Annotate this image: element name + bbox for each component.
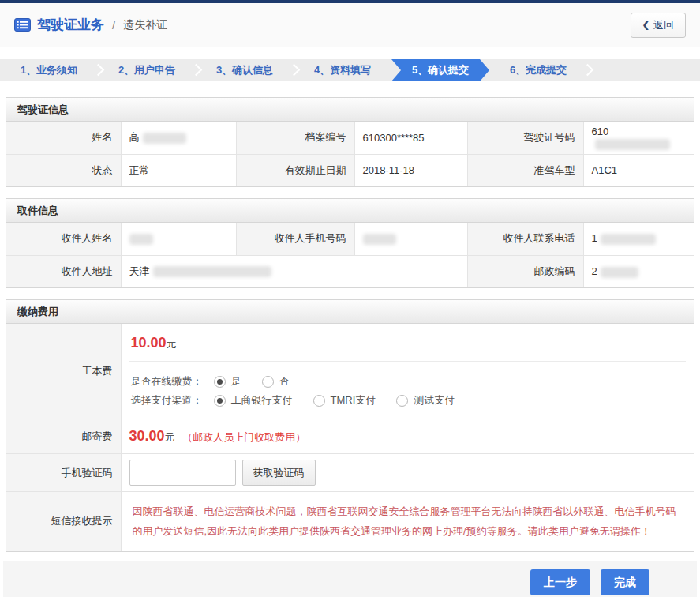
- redacted-text: [601, 267, 638, 278]
- channel-tmri-label[interactable]: TMRI支付: [331, 393, 376, 407]
- step-separator-icon: [582, 64, 594, 77]
- channel-icbc-radio[interactable]: [214, 395, 226, 407]
- sms-notice-text: 因陕西省联通、电信运营商技术问题，陕西省互联网交通安全综合服务管理平台无法向持陕…: [129, 492, 687, 551]
- postcode-value: 2: [583, 255, 694, 287]
- table-row: 状态 正常 有效期止日期 2018-11-18 准驾车型 A1C1: [6, 154, 694, 186]
- postage-note: （邮政人员上门收取费用）: [182, 431, 305, 443]
- file-no-label: 档案编号: [236, 122, 354, 154]
- expiry-label: 有效期止日期: [236, 154, 354, 186]
- page-header: 驾驶证业务 / 遗失补证 ❮ 返回: [0, 3, 700, 47]
- pickup-info-section: 取件信息 收件人姓名 收件人手机号码 收件人联系电话 1 收件人地址 天津 邮政…: [6, 198, 694, 288]
- table-row: 收件人姓名 收件人手机号码 收件人联系电话 1: [6, 223, 694, 255]
- step-4-fill-data[interactable]: 4、资料填写: [294, 59, 391, 81]
- online-pay-no-radio[interactable]: [262, 376, 274, 388]
- recipient-phone-label: 收件人联系电话: [467, 223, 583, 255]
- back-chevron-icon: ❮: [642, 20, 649, 30]
- name-value: 高: [121, 122, 236, 154]
- sms-code-input[interactable]: [129, 460, 236, 486]
- pay-channel-row: 选择支付渠道： 工商银行支付 TMRI支付 测试支付: [131, 393, 685, 407]
- table-row: 姓名 高 档案编号 610300****85 驾驶证号码 610: [6, 122, 694, 154]
- channel-test-label[interactable]: 测试支付: [414, 393, 455, 407]
- online-pay-no-label[interactable]: 否: [279, 374, 290, 389]
- pickup-section-title: 取件信息: [6, 199, 694, 223]
- online-pay-row: 是否在线缴费： 是 否: [131, 374, 685, 389]
- vehicle-class-value: A1C1: [583, 154, 694, 186]
- license-no-label: 驾驶证号码: [467, 122, 583, 154]
- recipient-name-label: 收件人姓名: [6, 223, 121, 255]
- channel-icbc-label[interactable]: 工商银行支付: [231, 393, 293, 407]
- step-5-confirm-submit-active[interactable]: 5、确认提交: [391, 59, 489, 81]
- redacted-text: [143, 133, 186, 144]
- recipient-phone-value: 1: [583, 223, 694, 255]
- channel-tmri-radio[interactable]: [313, 395, 325, 407]
- recipient-mobile-label: 收件人手机号码: [236, 223, 354, 255]
- redacted-text: [595, 139, 670, 150]
- page-title: 驾驶证业务: [37, 16, 104, 34]
- fees-table: 工本费 10.00元 是否在线缴费： 是 否 选择支付渠道：: [6, 324, 694, 551]
- pay-channel-label: 选择支付渠道：: [131, 393, 203, 407]
- recipient-address-value: 天津: [121, 255, 467, 287]
- fees-section: 缴纳费用 工本费 10.00元 是否在线缴费： 是 否 选择: [6, 299, 694, 552]
- finish-button[interactable]: 完成: [601, 569, 649, 595]
- license-no-value: 610: [583, 122, 694, 154]
- redacted-text: [601, 234, 656, 245]
- recipient-mobile-value: [354, 223, 467, 255]
- table-row: 邮寄费 30.00元 （邮政人员上门收取费用）: [6, 419, 694, 454]
- postage-amount: 30.00: [129, 428, 165, 444]
- expiry-value: 2018-11-18: [354, 154, 467, 186]
- license-section-title: 驾驶证信息: [6, 98, 694, 122]
- footer-action-bar: 上一步 完成: [3, 561, 697, 597]
- currency-unit: 元: [167, 338, 177, 350]
- get-code-button[interactable]: 获取验证码: [242, 460, 316, 486]
- currency-unit: 元: [165, 431, 175, 443]
- back-button[interactable]: ❮ 返回: [631, 13, 686, 38]
- status-value: 正常: [121, 154, 236, 186]
- work-fee-amount-row: 10.00元: [129, 324, 687, 362]
- online-pay-yes-radio[interactable]: [214, 376, 226, 388]
- online-pay-yes-label[interactable]: 是: [231, 374, 241, 389]
- step-2-user-declaration[interactable]: 2、用户申告: [98, 59, 196, 81]
- license-info-section: 驾驶证信息 姓名 高 档案编号 610300****85 驾驶证号码 610 状…: [6, 97, 694, 187]
- list-icon: [14, 18, 31, 32]
- redacted-text: [153, 266, 271, 277]
- recipient-name-value: [121, 223, 236, 255]
- postage-label: 邮寄费: [6, 419, 121, 454]
- recipient-address-label: 收件人地址: [6, 255, 121, 287]
- table-row: 工本费 10.00元 是否在线缴费： 是 否 选择支付渠道：: [6, 324, 694, 419]
- work-fee-label: 工本费: [6, 324, 121, 419]
- step-navigation: 1、业务须知 2、用户申告 3、确认信息 4、资料填写 5、确认提交 6、完成提…: [0, 59, 700, 81]
- postcode-label: 邮政编码: [467, 255, 583, 287]
- table-row: 收件人地址 天津 邮政编码 2: [6, 255, 694, 287]
- table-row: 短信接收提示 因陕西省联通、电信运营商技术问题，陕西省互联网交通安全综合服务管理…: [6, 492, 694, 551]
- step-1-business-notice[interactable]: 1、业务须知: [0, 59, 98, 81]
- previous-step-button[interactable]: 上一步: [530, 569, 590, 595]
- pickup-info-table: 收件人姓名 收件人手机号码 收件人联系电话 1 收件人地址 天津 邮政编码 2: [6, 223, 694, 287]
- back-button-label: 返回: [653, 18, 674, 32]
- breadcrumb-divider: /: [112, 18, 115, 32]
- vehicle-class-label: 准驾车型: [467, 154, 583, 186]
- sms-code-label: 手机验证码: [6, 454, 121, 492]
- step-3-confirm-info[interactable]: 3、确认信息: [196, 59, 294, 81]
- work-fee-amount: 10.00: [131, 335, 167, 351]
- channel-test-radio[interactable]: [396, 395, 408, 407]
- sms-notice-label: 短信接收提示: [6, 492, 121, 551]
- breadcrumb-current: 遗失补证: [123, 18, 167, 32]
- step-6-complete-submit[interactable]: 6、完成提交: [489, 59, 587, 81]
- file-no-value: 610300****85: [354, 122, 467, 154]
- name-label: 姓名: [6, 122, 121, 154]
- status-label: 状态: [6, 154, 121, 186]
- online-pay-label: 是否在线缴费：: [131, 374, 203, 389]
- redacted-text: [363, 234, 396, 245]
- redacted-text: [129, 234, 153, 245]
- fees-section-title: 缴纳费用: [6, 300, 694, 324]
- license-info-table: 姓名 高 档案编号 610300****85 驾驶证号码 610 状态 正常 有…: [6, 122, 694, 186]
- table-row: 手机验证码 获取验证码: [6, 454, 694, 492]
